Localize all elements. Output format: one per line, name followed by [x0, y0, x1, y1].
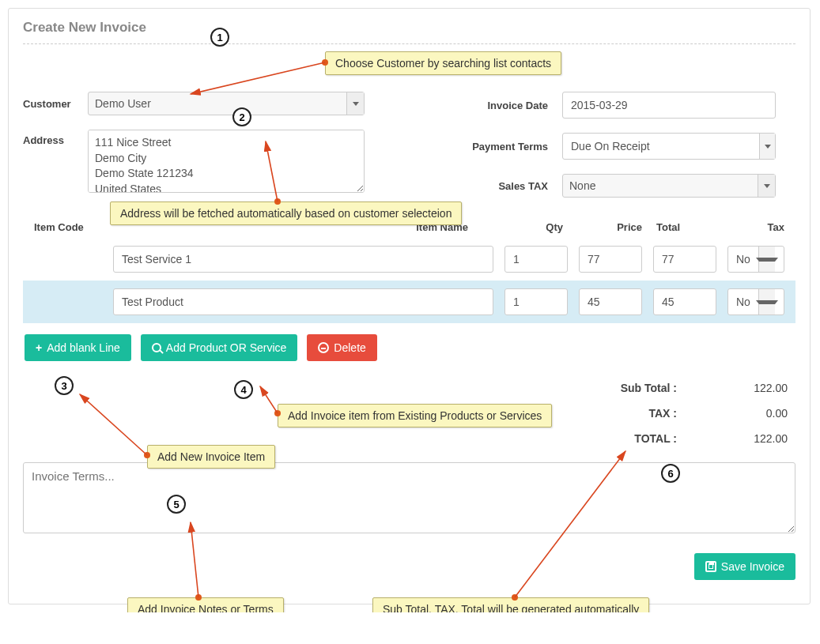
save-invoice-button[interactable]: Save Invoice [694, 553, 795, 580]
item-name-input[interactable] [113, 246, 493, 273]
search-icon [152, 343, 161, 352]
page-title: Create New Invoice [23, 20, 795, 36]
total-label: TOTAL : [582, 432, 677, 445]
annotation-callout-6: Sub Total, TAX, Total will be generated … [372, 597, 649, 612]
annotation-callout-4: Add Invoice item from Existing Products … [278, 404, 552, 427]
customer-value: Demo User [95, 97, 151, 110]
divider [23, 43, 795, 44]
minus-circle-icon [318, 342, 329, 353]
annotation-badge-1: 1 [210, 28, 229, 47]
delete-button[interactable]: Delete [307, 334, 376, 361]
annotation-badge-2: 2 [232, 107, 251, 126]
svg-line-1 [191, 62, 325, 94]
annotation-callout-1: Choose Customer by searching list contac… [325, 51, 561, 75]
annotation-badge-4: 4 [234, 380, 253, 399]
item-price-input[interactable] [579, 288, 642, 315]
total-value: 122.00 [677, 432, 788, 445]
tax-label: TAX : [582, 407, 677, 420]
col-qty: Qty [492, 221, 563, 233]
col-tax: Tax [713, 221, 784, 233]
chevron-down-icon [758, 175, 775, 197]
btn-label: Delete [334, 341, 365, 354]
item-tax-select[interactable]: No [727, 288, 784, 315]
address-textarea[interactable] [88, 130, 365, 193]
col-total: Total [642, 221, 713, 233]
item-row: No [23, 281, 795, 323]
customer-combobox[interactable]: Demo User [88, 92, 365, 115]
annotation-badge-5: 5 [167, 495, 186, 514]
item-row: No [23, 238, 795, 281]
item-tax-select[interactable]: No [727, 246, 784, 273]
invoice-date-label: Invoice Date [455, 100, 562, 111]
btn-label: Add blank Line [47, 341, 120, 354]
payment-terms-value: Due On Receipt [571, 140, 650, 153]
annotation-callout-3: Add New Invoice Item [147, 445, 275, 469]
tax-value: 0.00 [677, 407, 788, 420]
totals-block: Sub Total : 122.00 TAX : 0.00 TOTAL : 12… [542, 375, 795, 451]
item-actions: + Add blank Line Add Product OR Service … [25, 334, 795, 361]
annotation-badge-6: 6 [661, 464, 680, 483]
address-label: Address [23, 130, 88, 146]
item-name-input[interactable] [113, 288, 493, 315]
header-fields: Customer Demo User Address Invoice Date … [23, 92, 795, 212]
chevron-down-icon [346, 92, 364, 115]
item-qty-input[interactable] [504, 246, 568, 273]
annotation-callout-5: Add Invoice Notes or Terms [127, 597, 284, 612]
sales-tax-label: Sales TAX [455, 180, 562, 192]
customer-label: Customer [23, 98, 88, 110]
save-icon [705, 561, 716, 572]
col-item-code: Item Code [34, 221, 113, 233]
sales-tax-value: None [569, 179, 595, 192]
add-blank-line-button[interactable]: + Add blank Line [25, 334, 131, 361]
annotation-callout-2: Address will be fetched automatically ba… [110, 201, 462, 225]
btn-label: Add Product OR Service [166, 341, 287, 354]
subtotal-label: Sub Total : [582, 382, 677, 394]
item-tax-value: No [728, 253, 758, 266]
item-total-input[interactable] [653, 288, 716, 315]
btn-label: Save Invoice [721, 560, 784, 573]
subtotal-value: 122.00 [677, 382, 788, 394]
payment-terms-select[interactable]: Due On Receipt [562, 133, 776, 160]
chevron-down-icon [758, 289, 775, 314]
col-price: Price [563, 221, 642, 233]
item-qty-input[interactable] [504, 288, 568, 315]
chevron-down-icon [759, 134, 775, 159]
item-total-input[interactable] [653, 246, 716, 273]
add-product-service-button[interactable]: Add Product OR Service [141, 334, 298, 361]
chevron-down-icon [758, 247, 775, 272]
item-price-input[interactable] [579, 246, 642, 273]
invoice-date-input[interactable] [562, 92, 776, 119]
annotation-badge-3: 3 [55, 376, 74, 395]
payment-terms-label: Payment Terms [455, 141, 562, 153]
plus-icon: + [36, 341, 42, 354]
item-tax-value: No [728, 296, 758, 308]
sales-tax-select[interactable]: None [562, 174, 776, 198]
invoice-panel: Create New Invoice Customer Demo User Ad… [8, 8, 811, 604]
